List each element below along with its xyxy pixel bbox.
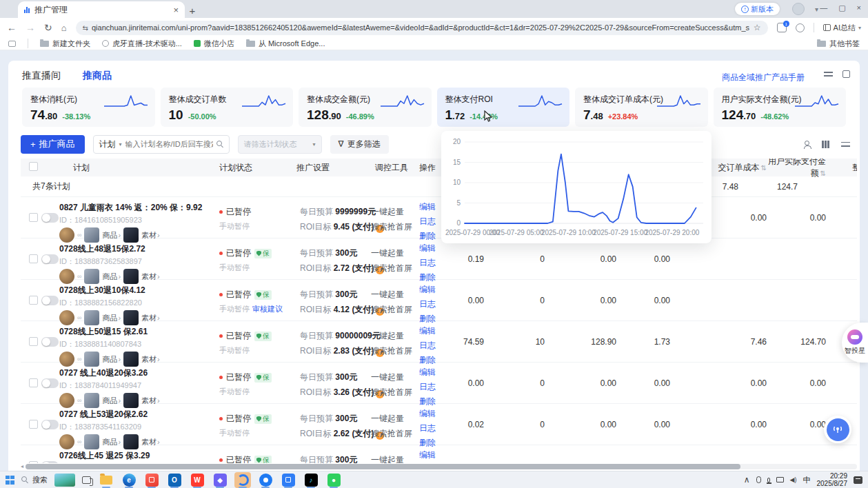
maximize-button[interactable]: ▢ xyxy=(838,3,845,12)
reading-list-icon[interactable] xyxy=(8,41,16,47)
product-manual-link[interactable]: 商品全域推广产品手册 xyxy=(722,72,805,83)
tray-expand-icon[interactable]: ∧ xyxy=(744,475,750,485)
row-toggle[interactable] xyxy=(41,213,59,223)
taskbar-app-blue-circle[interactable] xyxy=(257,472,274,488)
one-key-boost-tool[interactable]: 一键起量 xyxy=(371,372,415,383)
one-key-boost-tool[interactable]: 一键起量 xyxy=(371,454,415,463)
log-link[interactable]: 日志 xyxy=(419,340,448,352)
notification-center-icon[interactable] xyxy=(854,476,862,484)
col-overall-cut[interactable]: 整体 xyxy=(830,162,857,174)
new-tab-button[interactable]: + xyxy=(185,3,200,18)
row-toggle[interactable] xyxy=(41,296,59,305)
network-display-icon[interactable] xyxy=(776,477,784,482)
review-suggestion-link[interactable]: 审核建议 xyxy=(252,305,283,313)
audience-icon[interactable] xyxy=(804,141,810,148)
col-setting[interactable]: 推广设置 xyxy=(283,162,361,174)
back-button[interactable]: ← xyxy=(7,22,17,33)
log-link[interactable]: 日志 xyxy=(419,381,448,393)
search-screen-tool[interactable]: 搜索抢首屏 xyxy=(371,428,415,440)
plan-search-input[interactable] xyxy=(125,140,213,148)
row-checkbox[interactable] xyxy=(29,420,38,429)
taskbar-app-douyin[interactable]: ♪ xyxy=(303,472,319,488)
new-version-badge[interactable]: ↑新版本 xyxy=(735,3,780,15)
search-screen-tool[interactable]: 搜索抢首屏 xyxy=(371,345,415,357)
start-button[interactable] xyxy=(6,476,14,485)
bookmark-item[interactable]: 从 Microsoft Edge... xyxy=(246,39,325,49)
plan-title[interactable]: 0728线上30退10保4.12 xyxy=(59,285,205,296)
log-link[interactable]: 日志 xyxy=(419,257,448,269)
row-toggle[interactable] xyxy=(41,254,59,264)
clock[interactable]: 20:292025/8/27 xyxy=(817,472,848,488)
card-pay-roi[interactable]: 整体支付ROI 1.72-14.43% xyxy=(437,88,570,127)
plan-title[interactable]: 0728线上50退15 保2.61 xyxy=(59,326,205,338)
edit-link[interactable]: 编辑 xyxy=(419,408,448,420)
card-gmv[interactable]: 整体成交金额(元) 128.90-46.89% xyxy=(299,88,432,127)
search-screen-tool[interactable]: 搜索抢首屏 xyxy=(371,387,415,398)
edit-link[interactable]: 编辑 xyxy=(419,367,448,378)
bookmark-item[interactable]: 虎牙直播-技术驱动... xyxy=(102,39,182,49)
close-button[interactable]: × xyxy=(857,3,861,12)
forward-button[interactable]: → xyxy=(26,22,35,33)
table-settings-icon[interactable] xyxy=(841,141,850,148)
scroll-left-arrow[interactable]: ◂ xyxy=(21,463,23,469)
row-toggle[interactable] xyxy=(41,378,59,388)
row-checkbox[interactable] xyxy=(29,296,38,305)
select-all-checkbox[interactable] xyxy=(29,162,38,171)
search-screen-tool[interactable]: 搜索抢首屏 xyxy=(371,304,415,316)
row-checkbox[interactable] xyxy=(29,337,38,346)
bookmark-item[interactable]: 微信小店 xyxy=(194,39,234,49)
task-view-icon[interactable] xyxy=(82,476,91,484)
extension-icon[interactable]: 1 xyxy=(777,23,787,32)
plan-title[interactable]: 0727 线上53退20保2.62 xyxy=(59,409,205,420)
taskbar-app-qianchuan-active[interactable] xyxy=(234,472,251,488)
speaker-icon[interactable]: ◀) xyxy=(790,476,797,483)
other-bookmarks[interactable]: 其他书签 xyxy=(817,39,860,49)
taskbar-app-blue-square[interactable] xyxy=(280,472,296,488)
horizontal-scrollbar[interactable]: ◂ xyxy=(21,463,857,469)
edit-link[interactable]: 编辑 xyxy=(419,284,448,296)
taskbar-app-store[interactable] xyxy=(143,472,160,488)
custom-columns-icon[interactable] xyxy=(822,141,829,148)
one-key-boost-tool[interactable]: 一键起量 xyxy=(371,206,415,218)
taskbar-app-wps[interactable]: W xyxy=(189,472,205,488)
plan-title[interactable]: 0728线上48退15保2.72 xyxy=(59,243,205,255)
more-filters-button[interactable]: ∇更多筛选 xyxy=(330,135,389,154)
card-total-cost[interactable]: 整体消耗(元) 74.80-38.13% xyxy=(22,88,155,127)
ime-indicator[interactable]: 中 xyxy=(803,475,811,485)
log-link[interactable]: 日志 xyxy=(419,423,448,434)
browser-tab[interactable]: 推广管理 × xyxy=(18,1,185,18)
minimize-button[interactable]: — xyxy=(820,3,827,12)
search-screen-tool[interactable]: 搜索抢首屏 xyxy=(371,221,415,233)
weather-widget[interactable] xyxy=(54,474,75,487)
edit-link[interactable]: 编辑 xyxy=(419,449,448,461)
search-icon[interactable] xyxy=(216,141,223,148)
ai-summary-button[interactable]: AI总结 ▾ xyxy=(823,23,861,33)
promote-product-button[interactable]: +推广商品 xyxy=(21,135,85,154)
plan-type-select[interactable]: 计划 xyxy=(99,139,116,150)
site-settings-icon[interactable]: ⇆ xyxy=(83,24,88,32)
col-status[interactable]: 计划状态 xyxy=(205,162,283,174)
taskbar-app-wechat[interactable]: ● xyxy=(325,472,342,488)
display-settings-icon[interactable] xyxy=(824,70,833,78)
one-key-boost-tool[interactable]: 一键起量 xyxy=(371,330,415,342)
sort-icon[interactable]: ⇅ xyxy=(761,164,767,172)
log-link[interactable]: 日志 xyxy=(419,298,448,310)
col-tool[interactable]: 调控工具 xyxy=(361,162,415,174)
plan-status-select[interactable]: 请筛选计划状态▾ xyxy=(238,135,322,154)
row-toggle[interactable] xyxy=(41,420,59,429)
row-checkbox[interactable] xyxy=(29,254,38,263)
fullscreen-icon[interactable] xyxy=(842,70,850,78)
taskbar-app-outlook[interactable]: O xyxy=(166,472,183,488)
card-user-pay[interactable]: 用户实际支付金额(元) 124.70-48.62% xyxy=(714,88,847,127)
browser-profile-avatar[interactable] xyxy=(792,3,805,15)
microphone-icon[interactable] xyxy=(767,478,770,482)
sort-icon[interactable]: ⇅ xyxy=(820,170,826,177)
plan-title[interactable]: 0827 儿童雨衣 14% 返：20% 保：9.92 xyxy=(59,202,205,214)
bookmark-item[interactable]: 新建文件夹 xyxy=(40,39,90,49)
taskbar-search[interactable]: 搜索 xyxy=(21,475,48,485)
tab-live-room[interactable]: 推直播间 xyxy=(22,70,61,82)
reload-button[interactable]: ↻ xyxy=(44,22,52,33)
one-key-boost-tool[interactable]: 一键起量 xyxy=(371,413,415,425)
taskbar-app-file-explorer[interactable] xyxy=(98,472,114,488)
tab-close-icon[interactable]: × xyxy=(173,5,179,15)
